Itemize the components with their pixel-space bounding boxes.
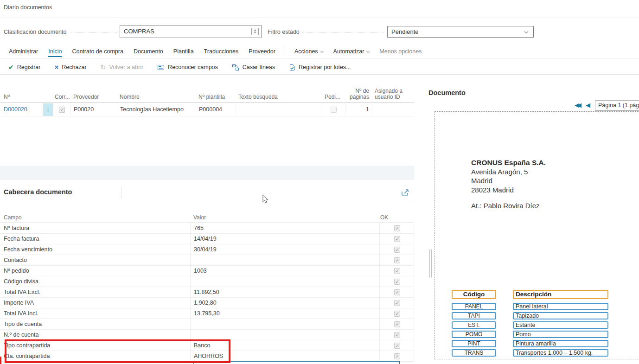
- lookup-icon[interactable]: ↥: [251, 28, 259, 35]
- table-row[interactable]: Fecha factura 14/04/19: [0, 234, 414, 244]
- corr-checkbox[interactable]: [59, 107, 65, 113]
- divider: [0, 58, 639, 58]
- ok-checkbox[interactable]: [394, 332, 400, 338]
- ok-checkbox[interactable]: [394, 257, 400, 263]
- proveedor-cell[interactable]: P00020: [70, 103, 117, 116]
- annotation-red-tick: [0, 357, 1, 364]
- table-row[interactable]: Tipo de cuenta: [0, 319, 414, 330]
- ok-checkbox[interactable]: [394, 300, 400, 306]
- col-corr[interactable]: Corr...: [55, 94, 70, 100]
- diario-documentos-page: Diario documentos Clasificación document…: [0, 0, 639, 364]
- classification-filter-input[interactable]: COMPRAS ↥: [120, 25, 262, 38]
- tab-plantilla[interactable]: Plantilla: [168, 48, 199, 55]
- ok-checkbox[interactable]: [394, 236, 400, 242]
- plantilla-cell[interactable]: P000004: [196, 103, 236, 116]
- col-no[interactable]: Nº: [4, 94, 10, 100]
- tab-contrato-de-compra[interactable]: Contrato de compra: [67, 48, 128, 55]
- rechazar-button[interactable]: × Rechazar: [54, 64, 86, 70]
- ok-checkbox[interactable]: [394, 225, 400, 231]
- col-proveedor[interactable]: Proveedor: [73, 94, 99, 100]
- field-value-cell[interactable]: [190, 330, 379, 340]
- nombre-cell[interactable]: Tecnologías Hacetiempo: [117, 103, 196, 116]
- table-row[interactable]: Importe IVA 1.902,80: [0, 298, 414, 308]
- tab-administrar[interactable]: Administrar: [4, 48, 43, 55]
- field-value-cell[interactable]: 14/04/19: [190, 234, 379, 244]
- attention-line: At.: Pablo Rovira Díez: [471, 202, 540, 210]
- field-value-cell[interactable]: 1003: [190, 266, 379, 276]
- field-value-cell[interactable]: 11.892,50: [190, 287, 379, 297]
- asignado-cell[interactable]: [372, 103, 414, 116]
- page-title: Diario documentos: [4, 4, 52, 11]
- code-box: EST.: [452, 321, 496, 329]
- ok-checkbox[interactable]: [394, 343, 400, 349]
- tab-acciones[interactable]: Acciones: [289, 48, 328, 55]
- menos-opciones-button[interactable]: Menos opciones: [374, 48, 427, 55]
- field-value-cell[interactable]: [190, 276, 379, 287]
- field-ok-cell: [379, 340, 414, 351]
- ok-checkbox[interactable]: [394, 247, 400, 253]
- share-icon[interactable]: [401, 189, 410, 197]
- doc-table-row: PANEL Panel lateral: [435, 303, 639, 310]
- ok-checkbox[interactable]: [394, 268, 400, 274]
- table-row[interactable]: Fecha vencimiento 30/04/19: [0, 244, 414, 255]
- col-texto-busqueda[interactable]: Texto búsqueda: [238, 94, 278, 100]
- mouse-cursor: [262, 195, 269, 204]
- col-pedi[interactable]: Pedi...: [325, 94, 340, 100]
- col-ok: OK: [380, 214, 388, 221]
- field-ok-cell: [379, 244, 414, 255]
- field-value-cell[interactable]: 30/04/19: [190, 244, 379, 255]
- casar-lineas-button[interactable]: Casar líneas: [232, 64, 275, 71]
- field-label: Nº pedido: [4, 266, 29, 276]
- field-ok-cell: [379, 319, 414, 329]
- document-row[interactable]: D000020 ⋮ P00020 Tecnologías Hacetiempo …: [0, 103, 414, 116]
- reopen-icon: ↻: [101, 64, 106, 71]
- field-value-cell[interactable]: 765: [190, 223, 379, 233]
- row-menu-button[interactable]: ⋮: [43, 103, 53, 116]
- tab-proveedor[interactable]: Proveedor: [243, 48, 281, 55]
- field-ok-cell: [379, 308, 414, 319]
- table-row[interactable]: Total IVA Incl. 13.795,30: [0, 308, 414, 319]
- field-value-cell[interactable]: 13.795,30: [190, 308, 379, 319]
- registrar-por-lotes-button[interactable]: Registrar por lotes...: [289, 64, 351, 71]
- desc-box: Pomo: [513, 331, 608, 338]
- field-label: Importe IVA: [4, 298, 34, 308]
- code-box: POMO: [452, 331, 496, 338]
- field-value-cell[interactable]: [190, 319, 379, 329]
- texto-busqueda-cell[interactable]: [236, 103, 322, 116]
- doc-table-header-row: Código Descripción: [435, 290, 639, 299]
- tab-inicio[interactable]: Inicio: [43, 48, 67, 55]
- table-row[interactable]: Nº pedido 1003: [0, 266, 414, 276]
- field-ok-cell: [379, 266, 414, 276]
- tab-documento[interactable]: Documento: [128, 48, 168, 55]
- col-nombre[interactable]: Nombre: [120, 94, 140, 100]
- col-paginas[interactable]: Nº de páginas: [345, 88, 369, 100]
- table-row[interactable]: Total IVA Excl. 11.892,50: [0, 287, 414, 298]
- table-row[interactable]: Contacto: [0, 255, 414, 266]
- document-preview-page[interactable]: CRONUS España S.A. Avenida Aragón, 5 Mad…: [435, 111, 639, 359]
- pedido-checkbox[interactable]: [331, 107, 337, 113]
- col-plantilla[interactable]: Nº plantilla: [198, 94, 225, 100]
- pane-splitter-handle[interactable]: [429, 249, 432, 278]
- first-page-icon[interactable]: ◀◀: [575, 102, 579, 109]
- ok-checkbox[interactable]: [394, 311, 400, 317]
- tab-automatizar[interactable]: Automatizar: [328, 48, 375, 55]
- tab-traducciones[interactable]: Traducciones: [199, 48, 244, 55]
- paginas-cell[interactable]: 1: [345, 103, 369, 116]
- registrar-button[interactable]: ✔ Registrar: [8, 64, 40, 71]
- ok-checkbox[interactable]: [394, 353, 400, 359]
- col-asignado[interactable]: Asignado a usuario ID: [375, 88, 412, 100]
- col-valor: Valor: [193, 214, 206, 221]
- field-value-cell[interactable]: 1.902,80: [190, 298, 379, 308]
- previous-page-icon[interactable]: ◀: [586, 102, 590, 109]
- document-link[interactable]: D000020: [4, 106, 27, 113]
- table-row[interactable]: N.º de cuenta: [0, 330, 414, 340]
- status-filter-dropdown[interactable]: Pendiente: [387, 26, 534, 38]
- reconocer-campos-button[interactable]: Reconocer campos: [157, 64, 218, 71]
- ok-checkbox[interactable]: [394, 321, 400, 327]
- field-value-cell[interactable]: [190, 255, 379, 265]
- ok-checkbox[interactable]: [394, 289, 400, 295]
- table-row[interactable]: Código divisa: [0, 276, 414, 287]
- table-row[interactable]: Nº factura 765: [0, 223, 414, 234]
- ok-checkbox[interactable]: [394, 279, 400, 285]
- page-indicator-input[interactable]: Página 1 (1 página: [595, 100, 639, 111]
